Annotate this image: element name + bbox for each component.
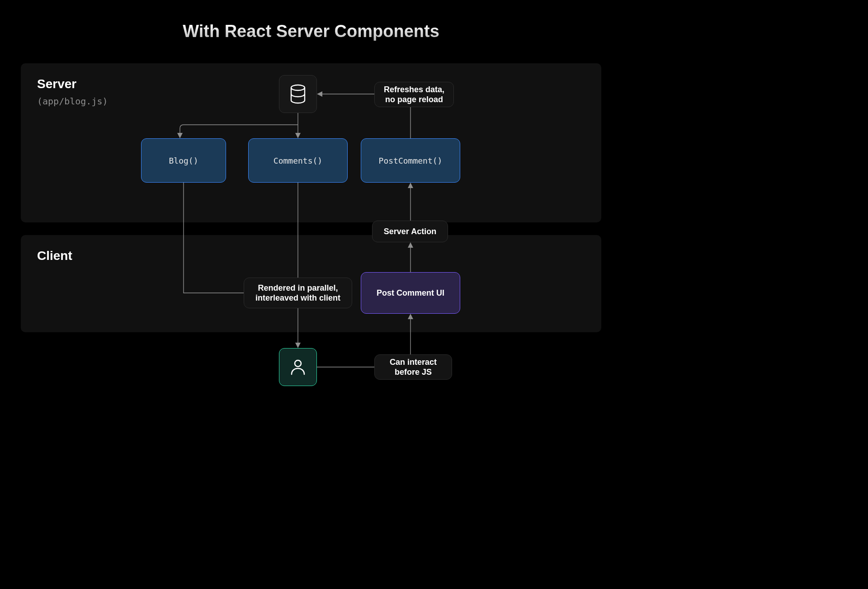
database-icon bbox=[279, 75, 317, 113]
note-refresh-text: Refreshes data, no page reload bbox=[384, 85, 444, 105]
user-icon bbox=[279, 348, 317, 386]
note-interact-text: Can interact before JS bbox=[390, 357, 437, 377]
node-post-comment-ui: Post Comment UI bbox=[361, 272, 460, 314]
node-comments: Comments() bbox=[248, 138, 348, 183]
svg-point-8 bbox=[295, 360, 301, 367]
note-rendered: Rendered in parallel, interleaved with c… bbox=[244, 278, 352, 308]
note-rendered-text: Rendered in parallel, interleaved with c… bbox=[255, 283, 340, 303]
note-interact: Can interact before JS bbox=[374, 354, 452, 380]
svg-marker-3 bbox=[295, 343, 301, 348]
server-panel-title: Server bbox=[37, 77, 76, 91]
node-postcomment: PostComment() bbox=[361, 138, 460, 183]
note-server-action: Server Action bbox=[372, 221, 448, 242]
diagram-title: With React Server Components bbox=[0, 22, 622, 41]
svg-point-7 bbox=[291, 85, 305, 90]
server-panel-subtitle: (app/blog.js) bbox=[37, 96, 108, 107]
client-panel-title: Client bbox=[37, 249, 72, 263]
node-blog: Blog() bbox=[141, 138, 226, 183]
note-refresh: Refreshes data, no page reload bbox=[374, 82, 454, 107]
